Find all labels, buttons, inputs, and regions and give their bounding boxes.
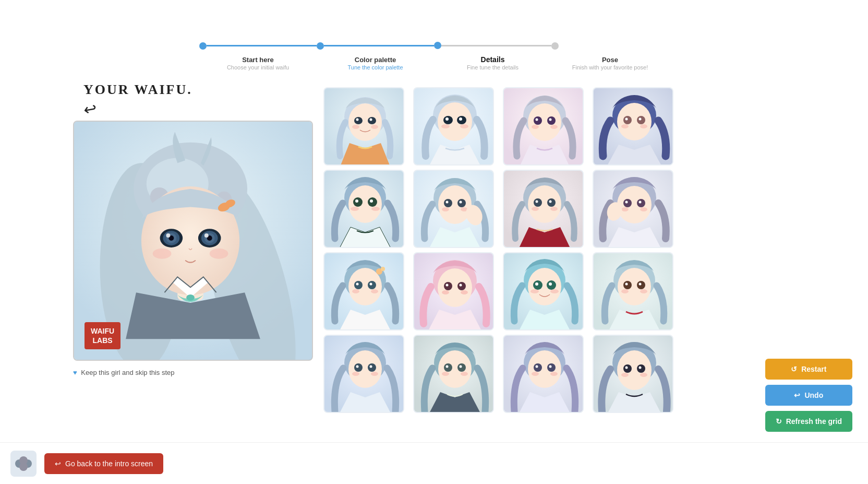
svg-point-83 xyxy=(547,198,556,207)
grid-item-3[interactable] xyxy=(503,87,584,166)
svg-point-75 xyxy=(460,201,462,204)
svg-point-101 xyxy=(354,281,363,289)
go-back-icon: ↩ xyxy=(55,459,61,468)
grid-svg-16 xyxy=(594,336,672,412)
grid-item-9[interactable] xyxy=(323,252,404,330)
svg-point-84 xyxy=(536,200,538,203)
svg-point-96 xyxy=(640,207,647,211)
refresh-label: Refresh the grid xyxy=(786,417,842,426)
svg-point-72 xyxy=(444,199,452,207)
svg-point-135 xyxy=(640,289,647,293)
svg-point-129 xyxy=(618,268,651,305)
svg-point-90 xyxy=(617,186,652,223)
step-sub-color: Tune the color palette xyxy=(348,64,403,72)
svg-point-23 xyxy=(186,294,195,301)
grid-svg-3 xyxy=(504,88,583,164)
svg-point-59 xyxy=(640,124,647,128)
svg-point-68 xyxy=(371,207,380,211)
grid-item-16[interactable] xyxy=(593,335,673,413)
grid-item-5[interactable] xyxy=(323,170,404,248)
svg-point-160 xyxy=(549,365,552,368)
grid-item-4[interactable] xyxy=(593,87,673,166)
waifu-main-image[interactable]: WAIFU LABS xyxy=(73,121,313,361)
svg-point-49 xyxy=(532,125,539,129)
grid-svg-14 xyxy=(414,336,493,412)
refresh-grid-button[interactable]: ↻ Refresh the grid xyxy=(765,411,852,432)
svg-point-56 xyxy=(625,118,628,121)
svg-point-65 xyxy=(355,199,358,203)
grid-item-8[interactable] xyxy=(593,170,673,248)
grid-svg-11 xyxy=(504,253,583,329)
svg-point-140 xyxy=(368,363,376,372)
step-sub-start: Choose your initial waifu xyxy=(227,64,289,72)
svg-point-94 xyxy=(639,201,642,204)
grid-item-10[interactable] xyxy=(413,252,494,330)
svg-point-134 xyxy=(621,289,629,293)
step-text-start: Start here Choose your initial waifu xyxy=(227,56,289,72)
your-waifu-heading: YOUR WAIFU. xyxy=(83,82,192,98)
svg-point-40 xyxy=(441,124,450,128)
svg-point-91 xyxy=(623,199,632,207)
restart-label: Restart xyxy=(801,365,826,373)
svg-point-45 xyxy=(534,116,542,125)
grid-item-2[interactable] xyxy=(413,87,494,166)
svg-point-130 xyxy=(623,281,632,289)
svg-point-102 xyxy=(368,281,376,289)
step-title-details: Details xyxy=(467,55,519,64)
svg-point-31 xyxy=(352,125,359,129)
svg-point-55 xyxy=(637,116,645,124)
svg-point-148 xyxy=(444,363,452,372)
svg-point-124 xyxy=(549,282,552,286)
go-back-label: Go back to the intro screen xyxy=(65,459,153,468)
keep-girl-label: Keep this girl and skip this step xyxy=(81,369,174,376)
svg-point-117 xyxy=(461,290,468,294)
svg-point-58 xyxy=(621,124,629,128)
go-back-button[interactable]: ↩ Go back to the intro screen xyxy=(44,453,163,474)
grid-svg-7 xyxy=(504,171,583,247)
grid-item-14[interactable] xyxy=(413,335,494,413)
restart-button[interactable]: ↺ Restart xyxy=(765,359,852,380)
svg-point-104 xyxy=(370,283,372,286)
step-title-color: Color palette xyxy=(348,56,403,64)
svg-point-156 xyxy=(528,350,561,388)
grid-item-7[interactable] xyxy=(503,170,584,248)
step-sub-details: Fine tune the details xyxy=(467,64,519,72)
svg-point-92 xyxy=(637,199,645,207)
svg-point-169 xyxy=(639,367,642,369)
svg-point-143 xyxy=(352,372,359,376)
svg-point-54 xyxy=(623,116,632,124)
keep-girl-text[interactable]: ♥ Keep this girl and skip this step xyxy=(73,369,175,376)
refresh-icon: ↻ xyxy=(776,417,782,426)
svg-point-48 xyxy=(549,119,552,121)
grid-item-12[interactable] xyxy=(593,252,673,330)
svg-point-71 xyxy=(438,185,472,224)
grid-item-6[interactable] xyxy=(413,170,494,248)
svg-point-158 xyxy=(547,363,556,372)
undo-label: Undo xyxy=(804,391,823,399)
step-title-start: Start here xyxy=(227,56,289,64)
action-buttons-panel: ↺ Restart ↩ Undo ↻ Refresh the grid xyxy=(765,359,852,432)
grid-item-1[interactable] xyxy=(323,87,404,166)
step-line-1 xyxy=(207,45,317,46)
svg-point-20 xyxy=(210,249,228,259)
heart-icon: ♥ xyxy=(73,369,77,376)
grid-svg-9 xyxy=(324,253,403,329)
waifu-grid xyxy=(323,87,678,413)
undo-button[interactable]: ↩ Undo xyxy=(765,385,852,406)
svg-point-132 xyxy=(625,283,628,286)
svg-point-81 xyxy=(528,185,561,223)
svg-point-53 xyxy=(617,103,652,140)
svg-point-133 xyxy=(639,283,642,286)
grid-svg-6 xyxy=(414,171,493,247)
left-panel: YOUR WAIFU. ↪ xyxy=(42,82,303,413)
grid-item-13[interactable] xyxy=(323,335,404,413)
svg-point-116 xyxy=(442,290,449,294)
svg-point-168 xyxy=(625,367,628,369)
svg-point-28 xyxy=(368,117,376,124)
step-text-details: Details Fine tune the details xyxy=(467,55,519,72)
step-text-color: Color palette Tune the color palette xyxy=(348,56,403,72)
svg-point-126 xyxy=(550,289,559,293)
step-line-3 xyxy=(441,45,551,46)
grid-item-11[interactable] xyxy=(503,252,584,330)
grid-item-15[interactable] xyxy=(503,335,584,413)
